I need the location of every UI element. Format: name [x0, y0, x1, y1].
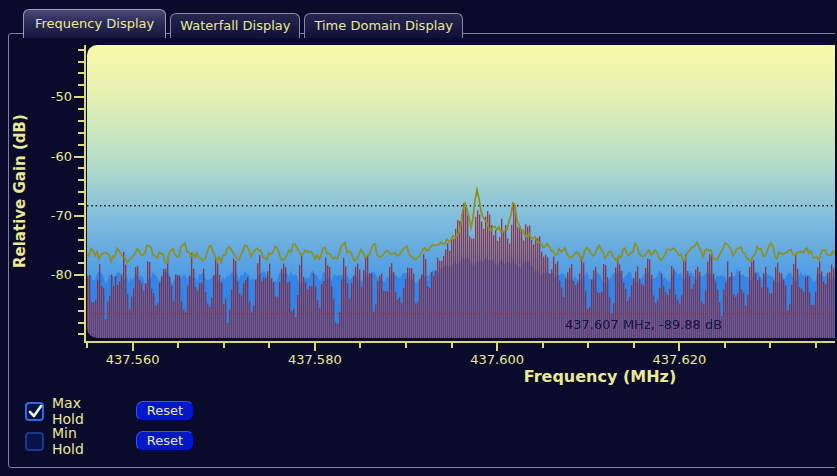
- y-minor-tick: [78, 191, 84, 193]
- y-tick-label: -60: [28, 149, 72, 164]
- y-major-tick: [74, 96, 84, 98]
- y-minor-tick: [78, 49, 84, 51]
- y-minor-tick: [78, 250, 84, 252]
- y-minor-tick: [78, 322, 84, 324]
- spectrum-plot-area[interactable]: [87, 45, 837, 338]
- y-major-tick: [74, 274, 84, 276]
- y-minor-tick: [78, 333, 84, 335]
- x-minor-tick: [633, 343, 635, 348]
- x-major-tick: [314, 343, 316, 351]
- y-minor-tick: [78, 310, 84, 312]
- y-tick-label: -70: [28, 208, 72, 223]
- cursor-readout-text: 437.607 MHz, -89.88 dB: [565, 317, 722, 332]
- x-minor-tick: [359, 343, 361, 348]
- y-axis-line: [84, 45, 86, 343]
- y-minor-tick: [78, 298, 84, 300]
- x-minor-tick: [724, 343, 726, 348]
- y-minor-tick: [78, 262, 84, 264]
- min-hold-row: Min Hold Reset: [25, 430, 194, 452]
- x-axis-title: Frequency (MHz): [520, 367, 680, 386]
- x-minor-tick: [451, 343, 453, 348]
- y-tick-label: -80: [28, 267, 72, 282]
- x-minor-tick: [86, 343, 88, 348]
- y-minor-tick: [78, 108, 84, 110]
- y-minor-tick: [78, 132, 84, 134]
- min-hold-reset-button[interactable]: Reset: [136, 431, 194, 451]
- checkmark-icon: [26, 402, 45, 421]
- x-major-tick: [132, 343, 134, 351]
- y-minor-tick: [78, 61, 84, 63]
- x-minor-tick: [405, 343, 407, 348]
- x-minor-tick: [815, 343, 817, 348]
- y-minor-tick: [78, 144, 84, 146]
- x-minor-tick: [769, 343, 771, 348]
- x-tick-label: 437.600: [462, 352, 532, 367]
- max-hold-reset-button[interactable]: Reset: [136, 401, 194, 421]
- tab-time-domain-display[interactable]: Time Domain Display: [304, 13, 462, 38]
- x-tick-label: 437.580: [280, 352, 350, 367]
- y-minor-tick: [78, 120, 84, 122]
- tab-frequency-display[interactable]: Frequency Display: [23, 9, 166, 38]
- tab-waterfall-display[interactable]: Waterfall Display: [170, 13, 300, 38]
- x-tick-label: 437.620: [644, 352, 714, 367]
- x-tick-label: 437.560: [98, 352, 168, 367]
- max-hold-checkbox[interactable]: [25, 402, 44, 421]
- spectrum-analyzer-window: Frequency Display Waterfall Display Time…: [0, 0, 837, 476]
- x-minor-tick: [177, 343, 179, 348]
- tab-bar: Frequency Display Waterfall Display Time…: [23, 9, 463, 38]
- y-minor-tick: [78, 227, 84, 229]
- min-hold-label: Min Hold: [52, 425, 110, 457]
- y-minor-tick: [78, 167, 84, 169]
- x-minor-tick: [268, 343, 270, 348]
- y-minor-tick: [78, 203, 84, 205]
- y-minor-tick: [78, 239, 84, 241]
- max-hold-label: Max Hold: [52, 395, 110, 427]
- y-minor-tick: [78, 179, 84, 181]
- x-minor-tick: [542, 343, 544, 348]
- x-major-tick: [678, 343, 680, 351]
- x-minor-tick: [223, 343, 225, 348]
- y-major-tick: [74, 156, 84, 158]
- y-tick-label: -50: [28, 89, 72, 104]
- x-minor-tick: [587, 343, 589, 348]
- y-minor-tick: [78, 72, 84, 74]
- y-axis-title: Relative Gain (dB): [11, 118, 29, 268]
- max-hold-row: Max Hold Reset: [25, 400, 194, 422]
- y-minor-tick: [78, 84, 84, 86]
- spectrum-plot-canvas[interactable]: [87, 45, 837, 338]
- x-major-tick: [496, 343, 498, 351]
- y-minor-tick: [78, 286, 84, 288]
- min-hold-checkbox[interactable]: [25, 432, 44, 451]
- y-major-tick: [74, 215, 84, 217]
